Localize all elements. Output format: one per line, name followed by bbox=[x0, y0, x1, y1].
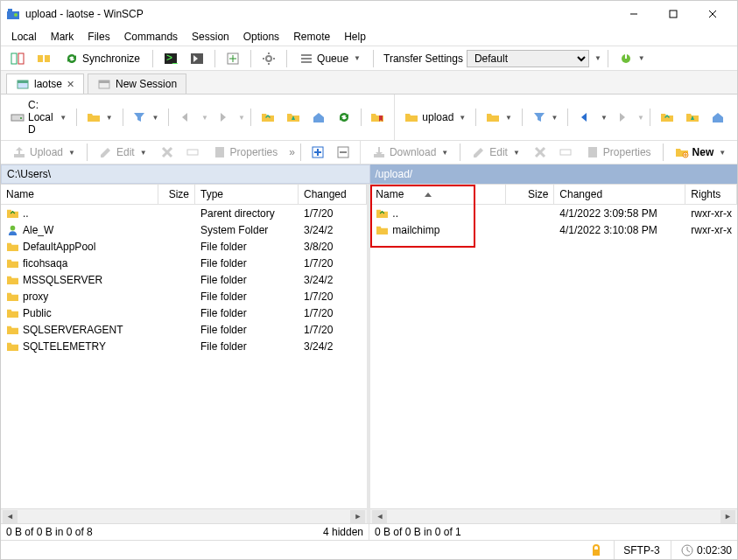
upload-icon bbox=[12, 145, 26, 159]
menu-files[interactable]: Files bbox=[81, 29, 116, 45]
root-button[interactable] bbox=[282, 108, 305, 127]
col-name[interactable]: Name bbox=[1, 185, 158, 204]
remote-parent-button[interactable] bbox=[656, 108, 678, 127]
menu-commands[interactable]: Commands bbox=[117, 29, 185, 45]
menu-help[interactable]: Help bbox=[337, 29, 373, 45]
home-button[interactable] bbox=[307, 108, 330, 127]
local-scrollbar[interactable]: ◄► bbox=[1, 508, 367, 523]
col-name-remote[interactable]: Name bbox=[370, 185, 506, 204]
sync-browse-button[interactable] bbox=[221, 49, 244, 68]
rename-button-remote[interactable] bbox=[554, 143, 577, 162]
new-minus-button-local[interactable] bbox=[332, 143, 355, 162]
maximize-button[interactable] bbox=[653, 2, 692, 26]
compare-dirs-button[interactable] bbox=[32, 49, 55, 68]
col-size-remote[interactable]: Size bbox=[506, 185, 554, 204]
transfer-settings-menu[interactable]: ▼ bbox=[594, 54, 601, 62]
remote-folder-selector[interactable]: upload ▼ bbox=[400, 108, 470, 127]
new-session-tab[interactable]: New Session bbox=[88, 74, 186, 94]
app-icon bbox=[6, 7, 20, 21]
edit-button-remote[interactable]: Edit ▼ bbox=[466, 143, 526, 162]
parent-button[interactable] bbox=[257, 108, 279, 127]
remote-action-bar: Download ▼ Edit ▼ Properties New ▼ bbox=[360, 141, 738, 164]
remote-forward-button[interactable] bbox=[610, 108, 633, 127]
console-button[interactable]: >_ bbox=[159, 49, 182, 68]
local-path-bar[interactable]: C:\Users\ bbox=[1, 164, 370, 184]
remote-open-folder-button[interactable]: ▼ bbox=[481, 108, 517, 127]
svg-rect-37 bbox=[215, 147, 224, 158]
minimize-button[interactable] bbox=[614, 2, 653, 26]
table-row[interactable]: ..Parent directory1/7/20 bbox=[1, 205, 367, 221]
delete-button-remote[interactable] bbox=[529, 143, 552, 162]
transfer-settings-select[interactable]: Default bbox=[467, 50, 589, 67]
filter-button[interactable]: ▼ bbox=[128, 108, 163, 127]
properties-button-remote[interactable]: Properties bbox=[580, 143, 657, 162]
close-button[interactable] bbox=[692, 2, 732, 26]
open-folder-button[interactable]: ▼ bbox=[82, 108, 117, 127]
elapsed-time: 0:02:30 bbox=[671, 541, 732, 559]
command-button[interactable] bbox=[186, 49, 208, 68]
download-button[interactable]: Download ▼ bbox=[366, 143, 454, 162]
table-row[interactable]: ficohsaqaFile folder1/7/20 bbox=[1, 255, 367, 271]
table-row[interactable]: SQLSERVERAGENTFile folder1/7/20 bbox=[1, 321, 367, 338]
menu-local[interactable]: Local bbox=[4, 29, 44, 45]
remote-path-bar[interactable]: /upload/ bbox=[370, 164, 738, 184]
edit-icon bbox=[472, 145, 486, 159]
edit-label-remote: Edit bbox=[489, 146, 508, 158]
table-row[interactable]: Ale_WSystem Folder3/24/2 bbox=[1, 221, 367, 238]
table-row[interactable]: SQLTELEMETRYFile folder3/24/2 bbox=[1, 338, 367, 354]
col-changed-remote[interactable]: Changed bbox=[554, 185, 685, 204]
overflow-indicator[interactable]: » bbox=[289, 146, 295, 158]
remote-pane: Name Size Changed Rights ..4/1/2022 3:09… bbox=[367, 184, 737, 523]
svg-rect-28 bbox=[99, 80, 109, 83]
new-button-remote[interactable]: New ▼ bbox=[669, 143, 733, 162]
table-row[interactable]: ..4/1/2022 3:09:58 PMrwxr-xr-x bbox=[370, 205, 737, 221]
local-action-bar: Upload ▼ Edit ▼ Properties » bbox=[1, 141, 360, 164]
col-changed[interactable]: Changed bbox=[299, 185, 367, 204]
remote-root-button[interactable] bbox=[681, 108, 704, 127]
remote-columns: Name Size Changed Rights bbox=[370, 185, 737, 205]
close-icon[interactable]: ✕ bbox=[67, 79, 74, 90]
menu-remote[interactable]: Remote bbox=[286, 29, 337, 45]
preferences-button[interactable] bbox=[257, 49, 280, 68]
footer: SFTP-3 0:02:30 bbox=[1, 540, 737, 559]
properties-icon bbox=[213, 145, 227, 159]
remote-back-button[interactable] bbox=[573, 108, 596, 127]
toggle-layout-button[interactable] bbox=[6, 49, 29, 68]
new-label: New bbox=[692, 146, 714, 158]
svg-rect-58 bbox=[593, 550, 600, 556]
properties-button-local[interactable]: Properties bbox=[207, 143, 285, 162]
table-row[interactable]: PublicFile folder1/7/20 bbox=[1, 304, 367, 321]
remote-refresh-button[interactable] bbox=[732, 108, 738, 127]
delete-button-local[interactable] bbox=[156, 143, 179, 162]
synchronize-button[interactable]: Synchronize bbox=[59, 49, 146, 68]
remote-scrollbar[interactable]: ◄► bbox=[370, 508, 737, 523]
table-row[interactable]: proxyFile folder1/7/20 bbox=[1, 288, 367, 304]
back-button[interactable] bbox=[174, 108, 197, 127]
remote-file-list[interactable]: ..4/1/2022 3:09:58 PMrwxr-xr-xmailchimp4… bbox=[370, 205, 737, 508]
edit-button-local[interactable]: Edit ▼ bbox=[93, 143, 153, 162]
new-plus-button-local[interactable] bbox=[306, 143, 329, 162]
queue-button[interactable]: Queue ▼ bbox=[293, 49, 367, 68]
col-size[interactable]: Size bbox=[158, 185, 195, 204]
rename-button-local[interactable] bbox=[181, 143, 204, 162]
session-icon bbox=[16, 77, 30, 91]
forward-button[interactable] bbox=[211, 108, 234, 127]
disconnect-button[interactable]: ▼ bbox=[615, 49, 650, 68]
bookmark-folder-button[interactable] bbox=[366, 108, 389, 127]
local-file-list[interactable]: ..Parent directory1/7/20Ale_WSystem Fold… bbox=[1, 205, 367, 508]
col-rights-remote[interactable]: Rights bbox=[685, 185, 737, 204]
table-row[interactable]: MSSQLSERVERFile folder3/24/2 bbox=[1, 271, 367, 288]
remote-home-button[interactable] bbox=[706, 108, 729, 127]
upload-button[interactable]: Upload ▼ bbox=[6, 143, 81, 162]
drive-selector[interactable]: C: Local D ▼ bbox=[6, 96, 71, 138]
session-tab-active[interactable]: laotse ✕ bbox=[6, 74, 84, 94]
col-type[interactable]: Type bbox=[195, 185, 299, 204]
refresh-button[interactable] bbox=[333, 108, 355, 127]
menu-mark[interactable]: Mark bbox=[44, 29, 81, 45]
menu-options[interactable]: Options bbox=[236, 29, 286, 45]
table-row[interactable]: DefaultAppPoolFile folder3/8/20 bbox=[1, 238, 367, 255]
menu-session[interactable]: Session bbox=[185, 29, 236, 45]
remote-filter-button[interactable]: ▼ bbox=[528, 108, 563, 127]
download-label: Download bbox=[390, 146, 436, 158]
table-row[interactable]: mailchimp4/1/2022 3:10:08 PMrwxr-xr-x bbox=[370, 221, 737, 238]
